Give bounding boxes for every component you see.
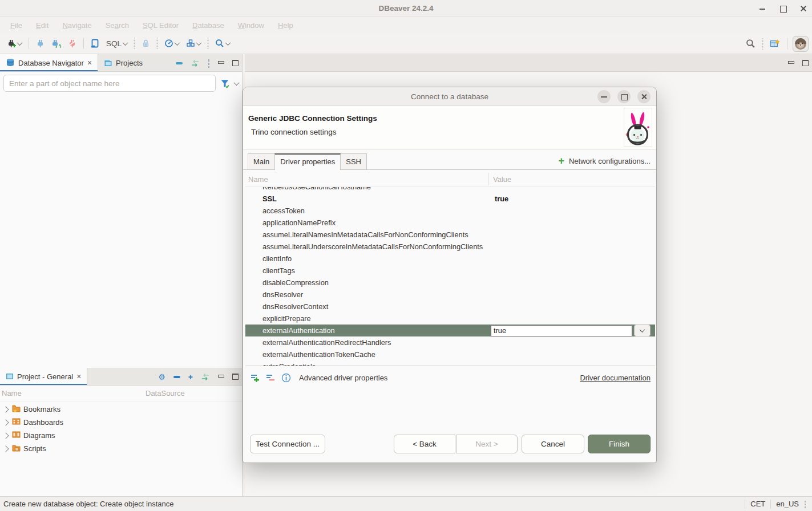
property-row-explicitPrepare[interactable]: explicitPrepare [245,313,655,325]
panel-maximize-icon[interactable] [232,60,239,66]
collapse-icon[interactable] [173,376,180,378]
expand-chevron-icon[interactable] [2,432,9,439]
property-row-applicationNamePrefix[interactable]: applicationNamePrefix [245,217,655,229]
column-name[interactable]: Name [245,175,488,184]
global-search-button[interactable] [744,37,757,50]
transaction-mode-button[interactable] [140,37,152,50]
dialog-maximize-icon[interactable] [617,90,631,103]
remove-property-icon[interactable] [266,374,276,382]
property-row-assumeLiteralUnderscoreInMetadataCallsForNonConformingClients[interactable]: assumeLiteralUnderscoreInMetadataCallsFo… [245,241,655,253]
property-row-accessToken[interactable]: accessToken [245,205,655,217]
menu-item-search[interactable]: Search [100,19,135,31]
dialog-tab-ssh[interactable]: SSH [340,153,367,170]
property-row-externalAuthentication[interactable]: externalAuthentication [245,325,655,336]
search-objects-button[interactable] [213,37,232,50]
expand-chevron-icon[interactable] [2,445,9,452]
expand-chevron-icon[interactable] [2,419,9,425]
link-editor-icon[interactable] [201,374,210,380]
new-connection-button[interactable] [5,37,23,50]
tab-database-navigator[interactable]: Database Navigator × [0,54,98,71]
connect-button[interactable] [34,37,46,50]
dialog-titlebar[interactable]: Connect to a database [243,87,656,106]
property-row-dnsResolver[interactable]: dnsResolver [245,289,655,301]
new-view-button[interactable] [768,37,782,50]
property-row-externalAuthenticationTokenCache[interactable]: externalAuthenticationTokenCache [245,348,655,360]
column-name[interactable]: Name [0,389,146,398]
property-value-input[interactable] [491,325,632,336]
window-close-icon[interactable] [799,5,807,13]
window-minimize-icon[interactable] [758,5,766,13]
next-button[interactable]: Next > [456,435,518,453]
link-editor-icon[interactable] [191,60,200,67]
property-row-clientTags[interactable]: clientTags [245,265,655,277]
locale-indicator[interactable]: en_US [776,500,799,508]
menu-item-sql-editor[interactable]: SQL Editor [137,19,184,31]
finish-button[interactable]: Finish [588,435,651,453]
tab-close-icon[interactable]: × [76,372,81,380]
dashboard-button[interactable] [163,37,181,50]
tree-item-scripts[interactable]: Scripts [0,442,242,455]
property-row-extraCredentials[interactable]: extraCredentials [245,360,655,366]
dialog-tab-driver-properties[interactable]: Driver properties [274,153,341,170]
tab-project-general[interactable]: Project - General × [0,368,87,385]
property-row-dnsResolverContext[interactable]: dnsResolverContext [245,301,655,313]
view-menu-grip-icon[interactable] [208,59,210,68]
network-configurations-button[interactable]: + Network configurations... [558,156,651,166]
window-maximize-icon[interactable] [779,5,787,13]
sql-dropdown-button[interactable]: SQL [104,38,129,50]
column-datasource[interactable]: DataSource [146,389,185,398]
tree-item-diagrams[interactable]: Diagrams [0,429,242,442]
driver-documentation-link[interactable]: Driver documentation [580,374,651,382]
collapse-all-icon[interactable] [176,62,183,64]
dialog-tab-main[interactable]: Main [248,153,275,170]
property-name: clientTags [245,266,491,275]
menu-item-database[interactable]: Database [187,19,230,31]
panel-minimize-icon[interactable] [218,375,224,379]
menu-item-window[interactable]: Window [232,19,270,31]
menu-item-file[interactable]: File [5,19,28,31]
filter-chevron-icon[interactable] [234,80,240,86]
new-sql-editor-button[interactable] [89,37,101,50]
property-row-disableCompression[interactable]: disableCompression [245,277,655,289]
dialog-minimize-icon[interactable] [597,90,611,103]
menu-item-help[interactable]: Help [272,19,299,31]
dialog-close-icon[interactable] [637,90,651,103]
property-row-clientInfo[interactable]: clientInfo [245,253,655,265]
settings-gear-icon[interactable]: ⚙ [158,373,165,381]
user-account-button[interactable] [793,36,809,52]
project-columns-header: Name DataSource [0,386,242,402]
property-row-externalAuthenticationRedirectHandlers[interactable]: externalAuthenticationRedirectHandlers [245,336,655,348]
editor-maximize-icon[interactable] [802,60,809,66]
disconnect-button[interactable] [66,37,78,50]
tree-item-bookmarks[interactable]: Bookmarks [0,403,242,416]
expand-plus-icon[interactable]: + [188,373,193,381]
timezone-indicator[interactable]: CET [750,500,765,508]
tab-close-icon[interactable]: × [87,59,92,67]
expand-chevron-icon[interactable] [2,406,9,412]
test-connection-button[interactable]: Test Connection ... [250,435,325,453]
reconnect-button[interactable] [50,37,63,50]
tree-item-label: Bookmarks [23,405,60,413]
back-button[interactable]: < Back [394,435,455,453]
data-transfer-icon [186,39,195,48]
object-filter-input[interactable] [3,75,216,92]
property-row-assumeLiteralNamesInMetadataCallsForNonConformingClients[interactable]: assumeLiteralNamesInMetadataCallsForNonC… [245,229,655,241]
tree-item-dashboards[interactable]: Dashboards [0,416,242,429]
property-row-KerberosUseCanonicalHostname[interactable]: KerberosUseCanonicalHostname [245,187,655,193]
filter-funnel-icon[interactable] [220,79,230,88]
menu-item-navigate[interactable]: Navigate [56,19,97,31]
panel-maximize-icon[interactable] [232,374,239,380]
panel-minimize-icon[interactable] [218,61,224,66]
cancel-button[interactable]: Cancel [522,435,584,453]
tree-item-label: Dashboards [23,418,63,427]
value-dropdown-button[interactable] [634,325,651,336]
data-transfer-button[interactable] [184,37,203,50]
editor-minimize-icon[interactable] [788,61,794,66]
project-panel: Project - General × ⚙ + Name DataSource … [0,368,243,496]
column-value[interactable]: Value [488,175,511,184]
advanced-properties-label: Advanced driver properties [299,374,387,382]
tab-projects[interactable]: Projects [98,54,148,71]
add-property-icon[interactable] [251,374,260,382]
menu-item-edit[interactable]: Edit [30,19,54,31]
property-row-SSL[interactable]: SSLtrue [245,193,655,205]
